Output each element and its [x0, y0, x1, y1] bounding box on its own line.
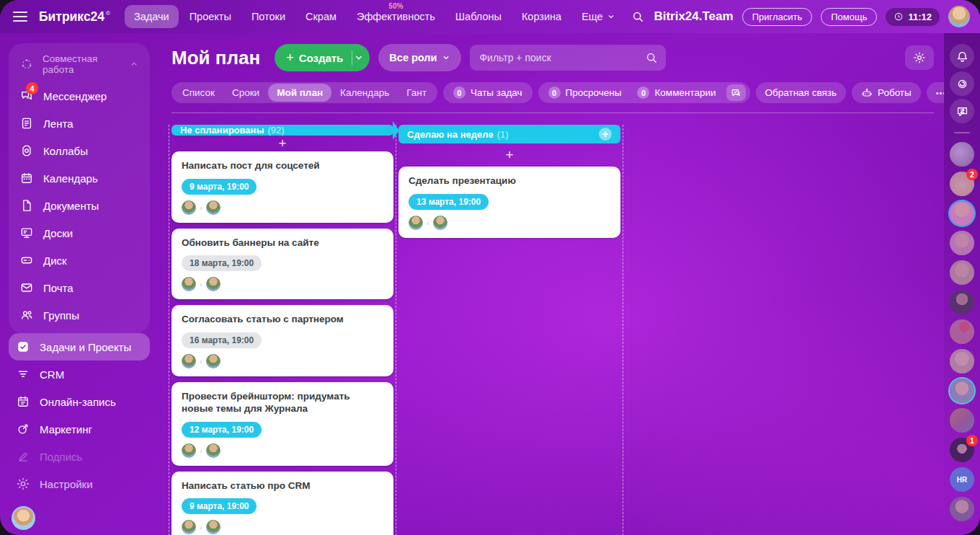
- avatar[interactable]: [433, 216, 447, 230]
- more-actions-button[interactable]: •••: [927, 82, 944, 103]
- contact-avatar[interactable]: [950, 201, 974, 226]
- column-header-unplanned[interactable]: Не спланированы (92): [172, 125, 393, 136]
- notifications-button[interactable]: [950, 44, 974, 68]
- avatar[interactable]: [182, 520, 196, 534]
- drive-icon: [19, 253, 34, 268]
- contact-avatar[interactable]: [950, 142, 974, 167]
- contact-avatar[interactable]: [950, 290, 974, 314]
- avatar[interactable]: [182, 443, 196, 458]
- avatar[interactable]: [206, 200, 220, 215]
- chat-transfer-button[interactable]: [950, 99, 974, 123]
- filter-search-input[interactable]: [470, 45, 666, 71]
- contact-avatar[interactable]: [950, 260, 974, 285]
- avatar[interactable]: [182, 277, 196, 291]
- counter-task-chats[interactable]: 0 Чаты задач: [445, 87, 530, 99]
- contact-avatar-hr[interactable]: HR: [950, 467, 974, 492]
- topbar-tab-more[interactable]: Еще: [572, 5, 625, 28]
- app-logo[interactable]: Битрикс24©: [39, 9, 110, 25]
- contact-avatar[interactable]: [950, 231, 974, 255]
- add-column-button[interactable]: +: [599, 128, 612, 141]
- contact-avatar[interactable]: [950, 319, 974, 344]
- task-card[interactable]: Написать статью про CRM 9 марта, 19:00: [172, 472, 393, 535]
- sidebar-item-documents[interactable]: Документы: [12, 192, 146, 219]
- avatar[interactable]: [409, 216, 423, 230]
- avatar[interactable]: [206, 277, 220, 291]
- topbar-tab-scrum[interactable]: Скрам: [296, 5, 346, 28]
- contact-avatar[interactable]: [950, 408, 974, 433]
- sidebar-item-mail[interactable]: Почта: [12, 274, 146, 301]
- search-icon[interactable]: [631, 9, 645, 24]
- user-avatar[interactable]: [948, 6, 970, 27]
- sidebar-item-sign[interactable]: Подпись: [9, 443, 150, 470]
- task-title: Обновить баннеры на сайте: [182, 236, 383, 249]
- view-tab-deadlines[interactable]: Сроки: [223, 84, 268, 102]
- sidebar-item-settings[interactable]: Настройки: [9, 470, 150, 498]
- sidebar-item-messenger[interactable]: 4 Мессенджер: [12, 82, 146, 110]
- task-deadline-badge[interactable]: 9 марта, 19:00: [182, 498, 257, 514]
- avatar[interactable]: [182, 200, 196, 215]
- task-card[interactable]: Провести брейншторм: придумать новые тем…: [172, 382, 393, 466]
- copilot-button[interactable]: [950, 71, 974, 96]
- gear-icon: [16, 477, 30, 491]
- avatar[interactable]: [206, 443, 220, 458]
- task-deadline-badge[interactable]: 13 марта, 19:00: [409, 194, 489, 210]
- column-header-this-week[interactable]: Сделаю на неделе (1) +: [398, 125, 620, 143]
- help-button[interactable]: Помощь: [821, 8, 877, 26]
- board-settings-button[interactable]: [905, 45, 934, 70]
- robots-button[interactable]: Роботы: [852, 82, 921, 103]
- profile-avatar[interactable]: [12, 506, 35, 530]
- time-widget[interactable]: 11:12: [886, 8, 940, 26]
- counter-comments[interactable]: 0 Комментарии: [629, 87, 723, 99]
- topbar-tab-recycle-bin[interactable]: Корзина: [512, 5, 571, 28]
- add-task-button[interactable]: +: [398, 143, 620, 167]
- search-icon[interactable]: [644, 50, 659, 65]
- topbar-tab-flows[interactable]: Потоки: [242, 5, 295, 28]
- sidebar-item-crm[interactable]: CRM: [9, 361, 150, 388]
- task-deadline-badge[interactable]: 16 марта, 19:00: [182, 332, 262, 348]
- task-assignees: [182, 277, 383, 291]
- task-deadline-badge[interactable]: 18 марта, 19:00: [182, 255, 262, 271]
- sidebar-item-groups[interactable]: Группы: [12, 301, 146, 329]
- contact-avatar[interactable]: [950, 379, 974, 403]
- sidebar-item-collabs[interactable]: Коллабы: [12, 137, 146, 164]
- contact-avatar[interactable]: 2: [950, 172, 974, 196]
- portal-name[interactable]: Bitrix24.Team: [654, 9, 733, 24]
- sidebar-item-boards[interactable]: Доски: [12, 219, 146, 247]
- sidebar-section-collaboration[interactable]: Совместная работа: [12, 46, 146, 82]
- avatar[interactable]: [206, 520, 220, 534]
- sidebar-item-online-booking[interactable]: Онлайн-запись: [9, 388, 150, 415]
- view-tab-my-plan[interactable]: Мой план: [268, 84, 331, 102]
- sidebar-item-tasks-projects[interactable]: Задачи и Проекты: [9, 333, 150, 361]
- invite-button[interactable]: Пригласить: [742, 8, 813, 26]
- sidebar-item-drive[interactable]: Диск: [12, 247, 146, 274]
- topbar-tab-projects[interactable]: Проекты: [180, 5, 241, 28]
- task-deadline-badge[interactable]: 12 марта, 19:00: [182, 422, 262, 438]
- task-card[interactable]: Обновить баннеры на сайте 18 марта, 19:0…: [172, 229, 393, 300]
- roles-filter-button[interactable]: Все роли: [378, 44, 461, 71]
- avatar[interactable]: [182, 354, 196, 368]
- view-tab-gantt[interactable]: Гант: [398, 84, 435, 102]
- task-deadline-badge[interactable]: 9 марта, 19:00: [182, 179, 257, 195]
- feedback-button[interactable]: Обратная связь: [756, 82, 846, 103]
- add-task-button[interactable]: +: [172, 136, 393, 151]
- sidebar-item-feed[interactable]: Лента: [12, 110, 146, 137]
- topbar-tab-efficiency[interactable]: 50% Эффективность: [347, 5, 445, 28]
- task-card[interactable]: Согласовать статью с партнером 16 марта,…: [172, 305, 393, 376]
- topbar-tab-tasks[interactable]: Задачи: [125, 5, 179, 28]
- chevron-down-icon[interactable]: [354, 53, 364, 63]
- view-tab-calendar[interactable]: Календарь: [331, 84, 398, 102]
- avatar[interactable]: [206, 354, 220, 368]
- task-card[interactable]: Сделать презентацию 13 марта, 19:00: [398, 167, 620, 238]
- chat-check-button[interactable]: [726, 84, 746, 101]
- contact-avatar[interactable]: [950, 497, 974, 521]
- counter-overdue[interactable]: 0 Просрочены: [540, 87, 630, 99]
- create-task-button[interactable]: + Создать: [275, 44, 370, 71]
- contact-avatar[interactable]: [950, 349, 974, 373]
- topbar-tab-templates[interactable]: Шаблоны: [446, 5, 511, 28]
- contact-avatar[interactable]: 1: [950, 438, 974, 462]
- view-tab-list[interactable]: Список: [174, 84, 223, 102]
- task-card[interactable]: Написать пост для соцсетей 9 марта, 19:0…: [172, 151, 393, 223]
- sidebar-item-marketing[interactable]: Маркетинг: [9, 415, 150, 443]
- sidebar-item-calendar[interactable]: Календарь: [12, 164, 146, 192]
- hamburger-menu-icon[interactable]: [13, 12, 27, 22]
